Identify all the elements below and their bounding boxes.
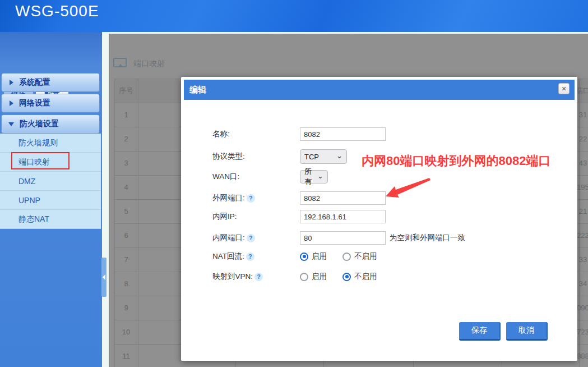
app-window: WSG-500E 模块 配置 系统配置 网络设置 防火墙设置 防火墙规则 端口映… bbox=[0, 0, 588, 367]
internal-ip-input[interactable] bbox=[300, 210, 386, 223]
sidebar-item-dmz[interactable]: DMZ bbox=[0, 172, 101, 191]
radio-label: 启用 bbox=[312, 272, 327, 282]
sidebar-collapse-handle[interactable] bbox=[101, 258, 107, 297]
radio-enabled[interactable] bbox=[300, 253, 308, 261]
sidebar-item-firewall-settings[interactable]: 防火墙设置 bbox=[1, 114, 100, 134]
internal-port-note: 为空则和外网端口一致 bbox=[390, 231, 513, 245]
top-header: WSG-500E bbox=[0, 0, 588, 32]
sidebar: 模块 配置 系统配置 网络设置 防火墙设置 防火墙规则 端口映射 DMZ UPN… bbox=[0, 32, 102, 367]
help-icon[interactable]: ? bbox=[247, 194, 255, 203]
map-to-vpn-label: 映射到VPN: ? bbox=[212, 271, 300, 282]
triangle-right-icon bbox=[10, 100, 13, 106]
map-to-vpn-radio-group: 启用 不启用 bbox=[300, 271, 377, 282]
external-port-input[interactable] bbox=[300, 191, 386, 205]
sidebar-item-upnp[interactable]: UPNP bbox=[0, 191, 101, 210]
chevron-down-icon: ⌄ bbox=[317, 172, 323, 180]
internal-ip-label: 内网IP: bbox=[212, 210, 300, 223]
radio-disabled[interactable] bbox=[342, 253, 351, 261]
name-label: 名称: bbox=[212, 127, 300, 141]
help-icon[interactable]: ? bbox=[254, 273, 263, 281]
radio-label: 不启用 bbox=[354, 251, 377, 262]
edit-dialog: 编辑 ✕ 名称: 协议类型: TCP ⌄ WAN口: 所有 ⌄ 外网端口: ? bbox=[181, 77, 577, 361]
close-button[interactable]: ✕ bbox=[558, 83, 570, 94]
chevron-down-icon: ⌄ bbox=[336, 152, 342, 160]
sidebar-item-system-config[interactable]: 系统配置 bbox=[1, 73, 100, 92]
annotation-arrow-icon bbox=[374, 169, 436, 202]
radio-label: 不启用 bbox=[354, 272, 377, 282]
close-icon: ✕ bbox=[561, 85, 566, 93]
internal-port-label: 内网端口: ? bbox=[212, 231, 300, 245]
menu-label: 系统配置 bbox=[19, 77, 50, 88]
sidebar-item-network-settings[interactable]: 网络设置 bbox=[1, 94, 100, 113]
dialog-title: 编辑 bbox=[189, 85, 206, 95]
internal-port-input[interactable] bbox=[300, 231, 386, 245]
nat-loopback-label: NAT回流: ? bbox=[212, 251, 300, 262]
external-port-label: 外网端口: ? bbox=[212, 191, 300, 205]
help-icon[interactable]: ? bbox=[247, 234, 255, 242]
radio-enabled[interactable] bbox=[300, 273, 308, 281]
dialog-titlebar: 编辑 bbox=[184, 80, 575, 100]
sidebar-item-port-mapping[interactable]: 端口映射 bbox=[0, 153, 101, 172]
triangle-left-icon bbox=[103, 274, 105, 280]
wan-label: WAN口: bbox=[212, 170, 300, 184]
device-title: WSG-500E bbox=[15, 2, 99, 20]
help-icon[interactable]: ? bbox=[246, 253, 254, 261]
triangle-down-icon bbox=[8, 122, 14, 126]
radio-label: 启用 bbox=[312, 251, 327, 262]
protocol-label: 协议类型: bbox=[212, 149, 300, 164]
firewall-submenu: 防火墙规则 端口映射 DMZ UPNP 静态NAT bbox=[0, 134, 101, 229]
name-input[interactable] bbox=[300, 127, 386, 141]
radio-disabled[interactable] bbox=[342, 273, 351, 281]
triangle-right-icon bbox=[10, 80, 13, 85]
menu-label: 网络设置 bbox=[19, 98, 50, 108]
sidebar-item-firewall-rules[interactable]: 防火墙规则 bbox=[0, 134, 101, 153]
nat-loopback-radio-group: 启用 不启用 bbox=[300, 251, 377, 262]
save-button[interactable]: 保存 bbox=[459, 322, 501, 341]
sidebar-item-static-nat[interactable]: 静态NAT bbox=[0, 210, 101, 229]
protocol-select[interactable]: TCP ⌄ bbox=[300, 149, 347, 164]
annotation-text: 内网80端口映射到外网的8082端口 bbox=[362, 153, 550, 169]
cancel-button[interactable]: 取消 bbox=[506, 322, 548, 341]
wan-select[interactable]: 所有 ⌄ bbox=[300, 170, 328, 184]
menu-label: 防火墙设置 bbox=[20, 119, 59, 129]
